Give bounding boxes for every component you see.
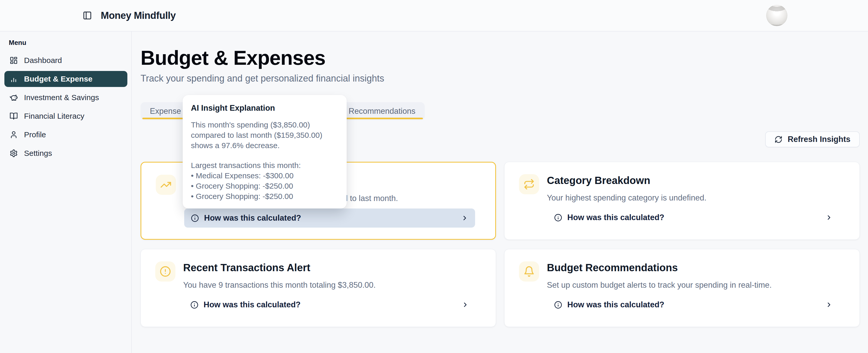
sidebar-item-budget-expense[interactable]: Budget & Expense — [4, 71, 127, 87]
alert-circle-icon — [155, 261, 176, 282]
how-calculated-label: How was this calculated? — [204, 300, 301, 309]
card-description: You have 9 transactions this month total… — [183, 280, 376, 290]
popover-paragraph: This month's spending ($3,850.00) compar… — [191, 120, 339, 151]
info-icon — [554, 301, 562, 309]
card-budget-recommendations: Budget Recommendations Set up custom bud… — [504, 249, 860, 327]
sidebar-toggle-button[interactable] — [82, 10, 93, 21]
card-recent-transactions: Recent Transactions Alert You have 9 tra… — [141, 249, 496, 327]
sidebar-item-profile[interactable]: Profile — [4, 127, 127, 143]
card-category-breakdown: Category Breakdown Your highest spending… — [504, 162, 860, 240]
gear-icon — [9, 149, 18, 157]
how-calculated-row[interactable]: How was this calculated? — [548, 208, 839, 227]
sidebar-item-investment-savings[interactable]: Investment & Savings — [4, 90, 127, 106]
page-subtitle: Track your spending and get personalized… — [141, 74, 860, 83]
page-title: Budget & Expenses — [141, 46, 860, 69]
sidebar-section-label: Menu — [9, 39, 131, 47]
chevron-right-icon — [826, 214, 833, 221]
user-avatar[interactable] — [766, 5, 787, 26]
panel-left-icon — [83, 11, 92, 20]
how-calculated-label: How was this calculated? — [204, 213, 301, 223]
sidebar-item-label: Settings — [24, 149, 52, 158]
user-icon — [9, 131, 18, 139]
info-icon — [190, 301, 198, 309]
sidebar-item-label: Investment & Savings — [24, 93, 99, 102]
card-title: Budget Recommendations — [547, 262, 678, 273]
sidebar: Menu Dashboard Budget & Expense Investme… — [0, 32, 132, 353]
popover-list-heading: Largest transactions this month: — [191, 160, 339, 171]
sidebar-item-label: Dashboard — [24, 56, 62, 65]
popover-body: This month's spending ($3,850.00) compar… — [191, 120, 339, 202]
dashboard-icon — [9, 56, 18, 65]
refresh-icon — [774, 136, 782, 143]
how-calculated-label: How was this calculated? — [567, 213, 664, 222]
refresh-insights-label: Refresh Insights — [788, 135, 850, 144]
chevron-right-icon — [462, 301, 469, 308]
bell-icon — [519, 261, 539, 282]
how-calculated-label: How was this calculated? — [567, 300, 664, 309]
info-icon — [554, 214, 562, 222]
chevron-right-icon — [826, 301, 833, 308]
popover-title: AI Insight Explanation — [191, 103, 339, 113]
sidebar-item-financial-literacy[interactable]: Financial Literacy — [4, 108, 127, 124]
how-calculated-row[interactable]: How was this calculated? — [184, 209, 475, 227]
book-open-icon — [9, 112, 18, 120]
chevron-right-icon — [461, 214, 468, 222]
app-title: Money Mindfully — [101, 10, 176, 21]
popover-list-item: • Medical Expenses: -$300.00 — [191, 171, 339, 181]
piggy-bank-icon — [9, 94, 18, 102]
refresh-insights-button[interactable]: Refresh Insights — [765, 131, 860, 147]
popover-list-item: • Grocery Shopping: -$250.00 — [191, 191, 339, 202]
sidebar-item-label: Financial Literacy — [24, 112, 84, 120]
top-header: Money Mindfully — [0, 0, 868, 32]
sidebar-item-dashboard[interactable]: Dashboard — [4, 52, 127, 68]
card-description: Your highest spending category is undefi… — [547, 193, 707, 203]
card-title: Recent Transactions Alert — [183, 262, 310, 273]
repeat-icon — [519, 174, 539, 194]
how-calculated-row[interactable]: How was this calculated? — [548, 295, 839, 314]
info-icon — [191, 214, 199, 222]
sidebar-item-settings[interactable]: Settings — [4, 145, 127, 161]
popover-list-item: • Grocery Shopping: -$250.00 — [191, 181, 339, 191]
card-title: Category Breakdown — [547, 175, 650, 186]
card-description: Set up custom budget alerts to track you… — [547, 280, 772, 290]
trending-up-icon — [156, 175, 176, 195]
sidebar-item-label: Budget & Expense — [24, 75, 92, 83]
sidebar-item-label: Profile — [24, 130, 46, 139]
how-calculated-row[interactable]: How was this calculated? — [184, 295, 475, 314]
ai-insight-popover: AI Insight Explanation This month's spen… — [183, 95, 347, 209]
bar-chart-icon — [9, 75, 18, 83]
